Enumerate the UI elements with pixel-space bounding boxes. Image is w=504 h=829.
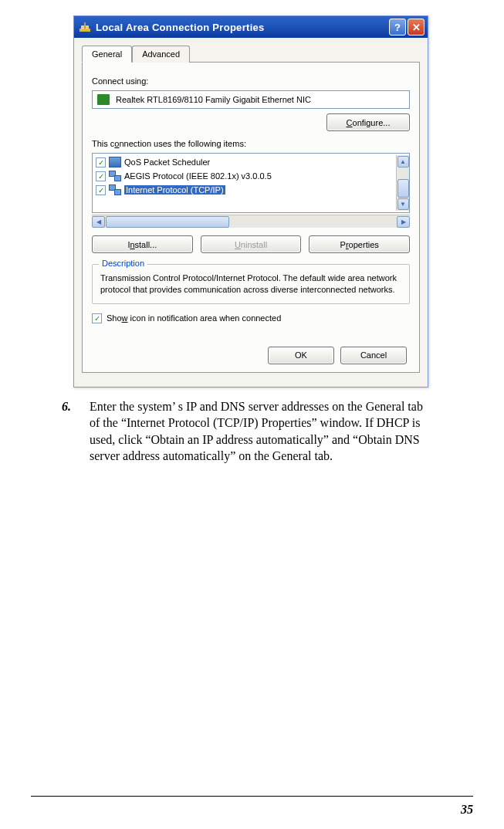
description-legend: Description bbox=[99, 259, 147, 268]
install-button[interactable]: Install... bbox=[92, 235, 193, 253]
step-number: 6. bbox=[62, 398, 90, 465]
protocol-icon bbox=[109, 171, 121, 181]
vertical-scrollbar[interactable]: ▲ ▼ bbox=[396, 155, 409, 211]
adapter-field: Realtek RTL8169/8110 Family Gigabit Ethe… bbox=[92, 90, 410, 109]
cancel-button[interactable]: Cancel bbox=[340, 347, 407, 364]
show-icon-checkbox[interactable]: ✓ bbox=[92, 313, 102, 323]
description-text: Transmission Control Protocol/Internet P… bbox=[100, 272, 401, 296]
checkbox-aegis[interactable]: ✓ bbox=[96, 171, 106, 181]
item-label: QoS Packet Scheduler bbox=[124, 157, 210, 167]
qos-icon bbox=[109, 157, 121, 167]
nic-icon bbox=[97, 94, 110, 105]
adapter-name: Realtek RTL8169/8110 Family Gigabit Ethe… bbox=[116, 95, 311, 104]
items-label: This connection uses the following items… bbox=[92, 139, 410, 148]
item-qos[interactable]: ✓ QoS Packet Scheduler bbox=[93, 155, 396, 169]
connect-using-label: Connect using: bbox=[92, 76, 410, 86]
svg-rect-2 bbox=[84, 22, 86, 29]
svg-rect-1 bbox=[81, 25, 84, 29]
checkbox-qos[interactable]: ✓ bbox=[96, 157, 106, 167]
footer-divider bbox=[31, 796, 473, 797]
description-group: Description Transmission Control Protoco… bbox=[92, 264, 410, 304]
close-button[interactable]: ✕ bbox=[408, 19, 425, 36]
show-icon-label: Show icon in notification area when conn… bbox=[107, 313, 281, 323]
item-tcpip[interactable]: ✓ Internet Protocol (TCP/IP) bbox=[93, 183, 396, 197]
uninstall-button: Uninstall bbox=[201, 235, 302, 253]
tab-panel-general: Connect using: Realtek RTL8169/8110 Fami… bbox=[82, 62, 420, 373]
window-title: Local Area Connection Properties bbox=[96, 22, 384, 33]
checkbox-tcpip[interactable]: ✓ bbox=[96, 185, 106, 195]
page-number: 35 bbox=[461, 803, 473, 817]
step-text: Enter the system’ s IP and DNS server ad… bbox=[90, 398, 436, 465]
svg-rect-3 bbox=[86, 25, 89, 29]
item-label: AEGIS Protocol (IEEE 802.1x) v3.0.0.5 bbox=[124, 171, 272, 181]
help-button[interactable]: ? bbox=[389, 19, 406, 36]
scroll-up-arrow-icon[interactable]: ▲ bbox=[397, 156, 409, 167]
scroll-left-arrow-icon[interactable]: ◀ bbox=[92, 216, 105, 228]
dialog-buttons: OK Cancel bbox=[92, 347, 410, 364]
titlebar[interactable]: Local Area Connection Properties ? ✕ bbox=[74, 16, 428, 38]
item-buttons: Install... Uninstall Properties bbox=[92, 235, 410, 253]
hscroll-thumb[interactable] bbox=[106, 216, 229, 228]
connection-properties-dialog: Local Area Connection Properties ? ✕ Gen… bbox=[73, 15, 428, 387]
protocol-icon bbox=[109, 184, 121, 195]
properties-button[interactable]: Properties bbox=[309, 235, 410, 253]
scroll-right-arrow-icon[interactable]: ▶ bbox=[397, 216, 410, 228]
horizontal-scrollbar[interactable]: ◀ ▶ bbox=[92, 215, 410, 228]
close-icon: ✕ bbox=[412, 22, 421, 33]
window-buttons: ? ✕ bbox=[389, 19, 425, 36]
configure-button[interactable]: Configure... bbox=[326, 113, 410, 131]
item-aegis[interactable]: ✓ AEGIS Protocol (IEEE 802.1x) v3.0.0.5 bbox=[93, 169, 396, 183]
scroll-down-arrow-icon[interactable]: ▼ bbox=[397, 198, 409, 210]
item-label: Internet Protocol (TCP/IP) bbox=[124, 185, 225, 195]
document-page: Local Area Connection Properties ? ✕ Gen… bbox=[0, 0, 504, 465]
ok-button[interactable]: OK bbox=[268, 347, 334, 364]
tab-strip: General Advanced bbox=[82, 46, 420, 63]
dialog-body: General Advanced Connect using: Realtek … bbox=[74, 38, 428, 387]
show-icon-row: ✓ Show icon in notification area when co… bbox=[92, 313, 410, 323]
scroll-thumb[interactable] bbox=[397, 179, 409, 198]
tab-general[interactable]: General bbox=[82, 46, 132, 63]
tab-advanced[interactable]: Advanced bbox=[132, 46, 190, 63]
network-connection-icon bbox=[79, 21, 91, 33]
items-listbox: ✓ QoS Packet Scheduler ✓ AEGIS Protocol … bbox=[92, 153, 410, 213]
instruction-step: 6. Enter the system’ s IP and DNS server… bbox=[62, 398, 436, 465]
